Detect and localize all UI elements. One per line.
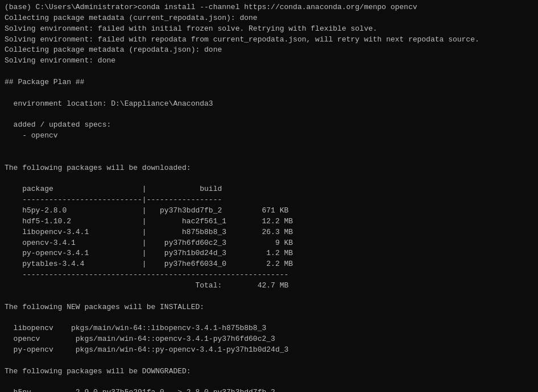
terminal-line-opencv_install: opencv pkgs/main/win-64::opencv-3.4.1-py… [5,334,533,345]
terminal-line-downgraded: The following packages will be DOWNGRADE… [5,366,533,377]
terminal-line-package_plan: ## Package Plan ## [5,77,533,88]
terminal-line-table_header: package | build [5,184,533,195]
terminal-line-env_location: environment location: D:\Eappliance\Anac… [5,99,533,110]
terminal-line-row5: py-opencv-3.4.1 | py37h1b0d24d_3 1.2 MB [5,248,533,259]
terminal-line-blank8 [5,312,533,323]
terminal-line-blank10 [5,377,533,388]
terminal-line-row3: libopencv-3.4.1 | h875b8b8_3 26.3 MB [5,227,533,238]
terminal-line-row2: hdf5-1.10.2 | hac2f561_1 12.2 MB [5,216,533,227]
terminal-line-row6: pytables-3.4.4 | py37he6f6034_0 2.2 MB [5,259,533,270]
terminal-line-blank4 [5,141,533,152]
terminal-line-table_divider1: ---------------------------|------------… [5,195,533,206]
terminal-line-solving3: Solving environment: done [5,56,533,66]
terminal-line-collecting1: Collecting package metadata (current_rep… [5,13,533,24]
terminal-line-solving2: Solving environment: failed with repodat… [5,35,533,45]
terminal-line-table_divider2: ----------------------------------------… [5,270,533,281]
terminal-window: (base) C:\Users\Administrator>conda inst… [0,0,538,392]
terminal-line-blank2 [5,88,533,99]
terminal-line-libopencv_install: libopencv pkgs/main/win-64::libopencv-3.… [5,323,533,334]
terminal-content: (base) C:\Users\Administrator>conda inst… [5,2,533,392]
terminal-line-packages_downloaded: The following packages will be downloade… [5,163,533,174]
terminal-line-blank1 [5,66,533,77]
terminal-line-blank9 [5,356,533,366]
terminal-line-pyopencv_install: py-opencv pkgs/main/win-64::py-opencv-3.… [5,345,533,356]
terminal-line-prompt: (base) C:\Users\Administrator>conda inst… [5,2,533,13]
terminal-line-blank7 [5,291,533,302]
terminal-line-new_packages: The following NEW packages will be INSTA… [5,302,533,313]
terminal-line-solving1: Solving environment: failed with initial… [5,24,533,35]
terminal-line-collecting2: Collecting package metadata (repodata.js… [5,45,533,56]
terminal-line-blank6 [5,174,533,185]
terminal-line-blank3 [5,109,533,120]
terminal-line-spec_opencv: - opencv [5,131,533,141]
terminal-line-total: Total: 42.7 MB [5,281,533,291]
terminal-line-h5py_down: h5py 2.9.0-py37h5e291fa_0 --> 2.8.0-py37… [5,387,533,392]
terminal-line-row1: h5py-2.8.0 | py37h3bdd7fb_2 671 KB [5,206,533,216]
terminal-line-added_specs: added / updated specs: [5,120,533,131]
terminal-line-row4: opencv-3.4.1 | py37h6fd60c2_3 9 KB [5,238,533,249]
terminal-line-blank5 [5,152,533,163]
